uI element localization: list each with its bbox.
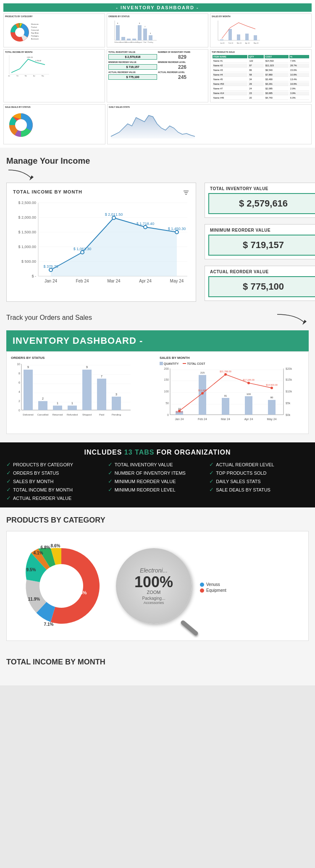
sale-deals-donut	[5, 109, 43, 143]
svg-text:$15k: $15k	[286, 378, 292, 381]
zoom-badge-container: Electroni... 100% ZOOM Packaging... Acce…	[116, 548, 192, 624]
svg-text:9: 9	[139, 22, 140, 24]
products-section-title: PRODUCTS BY CATEGORY	[6, 516, 309, 525]
table-row: Name #458$7,88010.8%	[213, 73, 309, 77]
svg-text:Jan 24: Jan 24	[220, 42, 225, 44]
table-row: Name #4520$4,7406.0%	[213, 96, 309, 100]
dashboard-row3: SALE DEALS BY STATUS DAILY SALES STATS	[3, 104, 312, 144]
svg-point-72	[144, 225, 147, 229]
svg-text:$ 2,000.00: $ 2,000.00	[18, 215, 36, 220]
svg-text:May 24: May 24	[267, 418, 277, 421]
svg-rect-140	[268, 400, 276, 415]
dashboard-thumbnail: - INVENTORY DASHBOARD - PRODUCTS BY CATE…	[0, 0, 315, 148]
svg-rect-15	[143, 29, 147, 40]
svg-text:May 24: May 24	[170, 279, 184, 283]
svg-text:Accessories: Accessories	[31, 38, 39, 40]
svg-text:2: 2	[42, 397, 44, 400]
svg-rect-101	[68, 405, 77, 410]
top-products-table: ITEM NAME QTY COST % Name #1122$14,5027.…	[212, 54, 310, 101]
svg-text:Apr: Apr	[33, 75, 35, 77]
income-mini-chart: Jan Feb Mar Apr May 2,011.50 1,718.40	[5, 54, 51, 79]
svg-rect-32	[237, 34, 240, 40]
min-reorder-amount: $ 719,157	[208, 235, 315, 256]
svg-text:Mar: Mar	[25, 75, 27, 77]
svg-text:8.6%: 8.6%	[51, 544, 60, 548]
inventory-values-cell: TOTAL INVENTORY VALUE $ 2,579,616 NUMBER…	[107, 49, 208, 102]
svg-text:Shipped: Shipped	[137, 42, 142, 43]
svg-point-69	[49, 268, 52, 272]
svg-text:Mar 24: Mar 24	[237, 42, 242, 44]
svg-text:$0k: $0k	[286, 413, 291, 416]
products-section: PRODUCTS BY CATEGORY	[0, 507, 315, 649]
svg-text:Feb 24: Feb 24	[228, 42, 233, 44]
orders-sales-grid: ORDERS BY STATUS 0 2 4 6 8 10	[6, 351, 309, 434]
svg-text:1: 1	[57, 402, 58, 405]
dashboard-row1: PRODUCTS BY CATEGORY Electronics Product…	[3, 13, 312, 47]
table-row: Name #5329$3,29116.8%	[213, 82, 309, 86]
svg-text:2: 2	[18, 400, 20, 403]
zoom-badge: Electroni... 100% ZOOM Packaging... Acce…	[116, 548, 192, 624]
svg-text:8: 8	[18, 372, 20, 375]
actual-reorder-amount: $ 775,100	[208, 276, 315, 297]
svg-text:2,011.50: 2,011.50	[27, 57, 33, 58]
svg-text:$14,503.00: $14,503.00	[266, 384, 278, 386]
svg-text:150: 150	[164, 378, 169, 381]
svg-text:6.8%: 6.8%	[41, 545, 50, 550]
tab-item: ✓TOTAL INVENTORY VALUE	[108, 461, 207, 468]
svg-text:50: 50	[165, 402, 169, 405]
svg-text:91: 91	[224, 395, 227, 397]
svg-text:Feb 24: Feb 24	[198, 418, 207, 421]
svg-text:$ -: $ -	[32, 274, 36, 278]
svg-point-147	[201, 392, 204, 395]
track-section: Track your Orders and Sales INVENTORY DA…	[0, 310, 315, 442]
svg-text:1,718.40: 1,718.40	[35, 60, 41, 62]
svg-rect-13	[132, 39, 136, 40]
products-category-cell: PRODUCTS BY CATEGORY Electronics Product…	[3, 13, 105, 47]
svg-rect-99	[38, 401, 47, 410]
income-section: TOTAL INCOME BY MONTH	[0, 649, 315, 685]
orders-status-chart: ORDERS BY STATUS 0 2 4 6 8 10	[11, 356, 155, 429]
svg-text:7: 7	[101, 375, 102, 378]
income-chart-box: TOTAL INCOME BY MONTH	[6, 183, 196, 302]
orders-bar-mini: Delivered Cancelled Returned Refunded Sh…	[108, 18, 159, 46]
svg-text:Mar 24: Mar 24	[107, 279, 121, 283]
svg-text:$ 500.00: $ 500.00	[21, 259, 36, 264]
products-donut-large: 50.5% 7.1% 11.9% 9.5% 4.1% 6.8% 8.6%	[15, 540, 108, 632]
svg-text:Electronics: Electronics	[31, 23, 39, 25]
legend-items: Venuss Equipment	[200, 582, 226, 594]
svg-text:$ 1,000.00: $ 1,000.00	[18, 245, 36, 249]
svg-text:Product: Product	[31, 26, 37, 28]
income-mini-cell: TOTAL INCOME BY MONTH Jan Feb Mar Apr Ma…	[3, 49, 105, 102]
svg-text:$ 1,450.30: $ 1,450.30	[168, 227, 186, 231]
income-line-chart: $ - $ 500.00 $ 1,000.00 $ 1,500.00 $ 2,0…	[13, 199, 189, 295]
svg-text:100: 100	[164, 390, 169, 393]
svg-text:$ 375.70: $ 375.70	[43, 264, 58, 269]
svg-text:6: 6	[18, 381, 20, 384]
svg-rect-100	[53, 405, 62, 410]
svg-text:10: 10	[17, 363, 20, 366]
svg-text:9: 9	[117, 22, 118, 24]
svg-rect-139	[245, 396, 252, 415]
total-inventory-card: TOTAL INVENTORY VALUE $ 2,579,616	[205, 183, 315, 218]
svg-text:Paid: Paid	[143, 42, 146, 43]
actual-reorder-value-mini: $ 775,100	[108, 74, 157, 80]
svg-rect-30	[220, 39, 223, 40]
svg-text:3: 3	[150, 32, 151, 34]
svg-text:May 24: May 24	[254, 42, 259, 44]
svg-text:80: 80	[270, 396, 273, 399]
zoom-handle	[180, 620, 199, 636]
svg-text:Jan: Jan	[8, 75, 10, 77]
svg-text:Pending: Pending	[112, 413, 121, 416]
svg-text:4: 4	[18, 390, 20, 393]
svg-text:9: 9	[27, 366, 29, 369]
svg-text:Apr 24: Apr 24	[244, 418, 253, 421]
filter-icon[interactable]	[183, 189, 189, 196]
svg-text:Jan 24: Jan 24	[175, 418, 184, 421]
total-inventory-amount: $ 2,579,616	[208, 193, 315, 214]
svg-text:9.5%: 9.5%	[26, 567, 36, 572]
svg-text:Feb 24: Feb 24	[76, 279, 89, 283]
svg-text:May: May	[42, 75, 44, 77]
tab-item: ✓ACTUAL REORDER VALUE	[6, 495, 106, 501]
actual-reorder-card: ACTUAL REORDER VALUE $ 775,100	[205, 266, 315, 301]
tab-item: ✓DAILY SALES STATS	[209, 478, 309, 484]
